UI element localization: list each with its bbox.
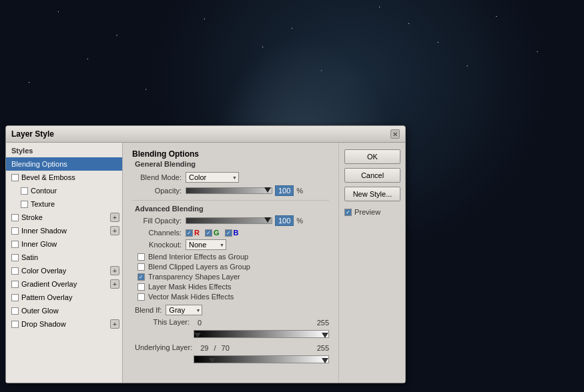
- transparency-shapes-label: Transparency Shapes Layer: [148, 273, 240, 281]
- channel-r-group: ✓ R: [186, 229, 200, 237]
- this-layer-right-handle[interactable]: [322, 333, 328, 338]
- advanced-blending-title: Advanced Blending: [132, 205, 329, 213]
- sidebar-item-contour[interactable]: Contour: [6, 184, 122, 197]
- opacity-row: Opacity: 100 %: [132, 185, 329, 196]
- channel-b-checkbox[interactable]: ✓: [225, 229, 232, 237]
- layer-mask-hides-row: Layer Mask Hides Effects: [132, 283, 329, 291]
- drop-shadow-add-button[interactable]: +: [110, 319, 119, 329]
- preview-checkbox[interactable]: ✓: [344, 209, 352, 216]
- sidebar-item-pattern-overlay[interactable]: Pattern Overlay: [6, 291, 122, 304]
- fill-opacity-handle[interactable]: [264, 217, 271, 223]
- color-overlay-add-button[interactable]: +: [110, 266, 119, 275]
- knockout-select[interactable]: None Shallow Deep: [186, 239, 226, 250]
- new-style-button[interactable]: New Style...: [344, 187, 400, 201]
- underlying-layer-slider[interactable]: [194, 355, 329, 363]
- this-layer-max: 255: [317, 319, 329, 327]
- contour-checkbox[interactable]: [21, 187, 28, 195]
- blend-clipped-label: Blend Clipped Layers as Group: [148, 263, 250, 271]
- blend-interior-row: Blend Interior Effects as Group: [132, 253, 329, 261]
- blend-if-label: Blend If:: [135, 306, 162, 314]
- stroke-add-button[interactable]: +: [110, 213, 119, 222]
- sidebar-item-color-overlay[interactable]: Color Overlay +: [6, 264, 122, 277]
- opacity-value[interactable]: 100: [275, 185, 294, 196]
- fill-opacity-slider-track[interactable]: [186, 217, 272, 224]
- blending-options-title: Blending Options: [132, 149, 329, 159]
- transparency-shapes-row: ✓ Transparency Shapes Layer: [132, 273, 329, 281]
- fill-opacity-row: Fill Opacity: 100 %: [132, 215, 329, 226]
- gradient-overlay-checkbox[interactable]: [11, 281, 19, 288]
- outer-glow-checkbox[interactable]: [11, 307, 19, 315]
- buttons-panel: OK Cancel New Style... ✓ Preview: [338, 143, 405, 383]
- fill-opacity-label: Fill Opacity:: [135, 217, 182, 225]
- sidebar-item-inner-shadow[interactable]: Inner Shadow +: [6, 224, 122, 237]
- blend-interior-checkbox[interactable]: [137, 253, 145, 261]
- blend-clipped-row: Blend Clipped Layers as Group: [132, 263, 329, 271]
- dialog-title: Layer Style: [11, 129, 54, 139]
- pattern-overlay-checkbox[interactable]: [11, 294, 19, 301]
- sidebar-item-texture[interactable]: Texture: [6, 197, 122, 211]
- channel-r-checkbox[interactable]: ✓: [186, 229, 193, 237]
- channels-row: Channels: ✓ R ✓ G ✓ B: [132, 229, 329, 237]
- blend-if-select[interactable]: Gray Red Green Blue: [166, 305, 202, 315]
- sidebar-item-inner-glow[interactable]: Inner Glow: [6, 237, 122, 251]
- sidebar-item-drop-shadow[interactable]: Drop Shadow +: [6, 317, 122, 331]
- blend-clipped-checkbox[interactable]: [137, 263, 145, 271]
- channel-g-label: G: [214, 229, 220, 237]
- bevel-emboss-checkbox[interactable]: [11, 174, 19, 181]
- layer-mask-hides-checkbox[interactable]: [137, 283, 145, 291]
- channel-r-label: R: [194, 229, 200, 237]
- knockout-label: Knockout:: [135, 241, 182, 249]
- dialog-titlebar: Layer Style ✕: [6, 126, 405, 143]
- transparency-shapes-checkbox[interactable]: ✓: [137, 273, 145, 281]
- blend-if-row: Blend If: Gray Red Green Blue: [132, 305, 329, 315]
- cancel-button[interactable]: Cancel: [344, 168, 400, 183]
- channel-b-label: B: [234, 229, 239, 237]
- general-blending-title: General Blending: [132, 160, 329, 168]
- channel-b-group: ✓ B: [225, 229, 239, 237]
- blend-mode-label: Blend Mode:: [135, 173, 182, 181]
- gradient-overlay-add-button[interactable]: +: [110, 279, 119, 289]
- this-layer-left-handle[interactable]: [194, 333, 201, 338]
- vector-mask-hides-row: Vector Mask Hides Effects: [132, 293, 329, 301]
- opacity-slider-track[interactable]: [186, 187, 272, 194]
- advanced-blending-section: Advanced Blending Fill Opacity: 100 % Ch…: [132, 205, 329, 363]
- stroke-checkbox[interactable]: [11, 214, 19, 221]
- vector-mask-hides-checkbox[interactable]: [137, 293, 145, 301]
- underlying-right-handle[interactable]: [322, 358, 328, 363]
- layer-mask-hides-label: Layer Mask Hides Effects: [148, 283, 232, 291]
- this-layer-slider[interactable]: [194, 330, 329, 338]
- sidebar-item-bevel-emboss[interactable]: Bevel & Emboss: [6, 171, 122, 184]
- inner-shadow-add-button[interactable]: +: [110, 226, 119, 235]
- sidebar-item-blending-options[interactable]: Blending Options: [6, 157, 122, 171]
- blend-interior-label: Blend Interior Effects as Group: [148, 253, 248, 261]
- texture-checkbox[interactable]: [21, 201, 28, 208]
- fill-opacity-value[interactable]: 100: [275, 215, 294, 226]
- inner-glow-checkbox[interactable]: [11, 241, 19, 248]
- satin-checkbox[interactable]: [11, 254, 19, 261]
- underlying-left-handle[interactable]: [209, 358, 216, 363]
- close-button[interactable]: ✕: [390, 129, 400, 139]
- underlying-layer-min: 29: [200, 344, 208, 352]
- sidebar-item-stroke[interactable]: Stroke +: [6, 211, 122, 224]
- inner-shadow-checkbox[interactable]: [11, 227, 19, 235]
- underlying-layer-section: Underlying Layer: 29 / 70 255: [132, 343, 329, 363]
- underlying-layer-slash1: /: [214, 344, 216, 352]
- sidebar-item-outer-glow[interactable]: Outer Glow: [6, 304, 122, 317]
- opacity-label: Opacity:: [135, 187, 182, 195]
- blend-mode-select[interactable]: Color Normal Dissolve Multiply Screen Ov…: [186, 172, 239, 183]
- drop-shadow-checkbox[interactable]: [11, 321, 19, 328]
- opacity-slider-handle[interactable]: [264, 187, 271, 193]
- channel-g-checkbox[interactable]: ✓: [205, 229, 212, 237]
- styles-panel: Styles Blending Options Bevel & Emboss C…: [6, 143, 123, 383]
- divider-1: [132, 200, 329, 201]
- opacity-percent: %: [296, 187, 303, 195]
- ok-button[interactable]: OK: [344, 149, 400, 164]
- blend-mode-dropdown-wrapper: Color Normal Dissolve Multiply Screen Ov…: [186, 172, 239, 183]
- underlying-layer-row: Underlying Layer: 29 / 70 255: [135, 343, 329, 353]
- opacity-slider-container: 100 %: [186, 185, 303, 196]
- color-overlay-checkbox[interactable]: [11, 267, 19, 275]
- sidebar-item-satin[interactable]: Satin: [6, 251, 122, 264]
- knockout-dropdown-wrapper: None Shallow Deep: [186, 239, 226, 250]
- sidebar-item-gradient-overlay[interactable]: Gradient Overlay +: [6, 277, 122, 291]
- dialog-body: Styles Blending Options Bevel & Emboss C…: [6, 143, 405, 383]
